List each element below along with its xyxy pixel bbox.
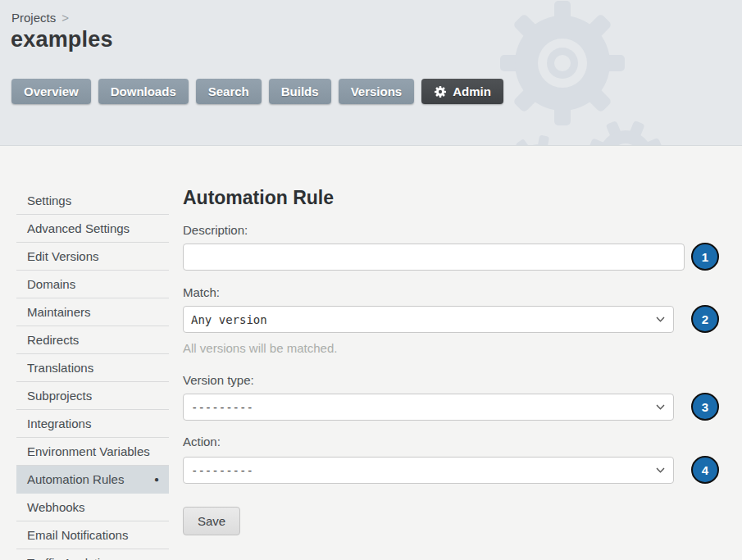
sidebar-item-email-notifications[interactable]: Email Notifications xyxy=(16,521,169,549)
admin-sidebar: Settings Advanced Settings Edit Versions… xyxy=(16,187,169,560)
sidebar-item-label: Environment Variables xyxy=(27,438,150,465)
chevron-down-icon xyxy=(656,467,665,473)
sidebar-item-label: Maintainers xyxy=(27,298,91,326)
project-admin-page: Projects > examples Overview Downloads S… xyxy=(0,0,742,560)
chevron-down-icon xyxy=(656,316,665,322)
step-badge-4: 4 xyxy=(691,456,719,484)
sidebar-item-label: Webhooks xyxy=(27,494,85,521)
step-badge-3: 3 xyxy=(691,393,719,421)
sidebar-item-label: Email Notifications xyxy=(27,521,128,549)
sidebar-item-label: Edit Versions xyxy=(27,243,99,270)
chevron-down-icon xyxy=(656,404,665,410)
save-button[interactable]: Save xyxy=(183,507,240,535)
tab-builds[interactable]: Builds xyxy=(269,79,331,104)
form-title: Automation Rule xyxy=(183,187,334,209)
breadcrumb-separator: > xyxy=(61,11,69,25)
version-type-select[interactable]: --------- xyxy=(183,394,674,421)
sidebar-item-label: Advanced Settings xyxy=(27,215,130,242)
sidebar-item-webhooks[interactable]: Webhooks xyxy=(16,494,169,521)
sidebar-item-maintainers[interactable]: Maintainers xyxy=(16,298,169,326)
sidebar-item-domains[interactable]: Domains xyxy=(16,271,169,298)
sidebar-item-advanced-settings[interactable]: Advanced Settings xyxy=(16,215,169,243)
sidebar-item-label: Settings xyxy=(27,187,71,214)
sidebar-item-integrations[interactable]: Integrations xyxy=(16,410,169,438)
sidebar-item-environment-variables[interactable]: Environment Variables xyxy=(16,438,169,466)
action-select[interactable]: --------- xyxy=(183,457,674,484)
version-type-label: Version type: xyxy=(183,373,254,387)
tab-downloads[interactable]: Downloads xyxy=(98,79,189,104)
sidebar-item-traffic-analytics[interactable]: Traffic Analytics xyxy=(16,549,169,560)
sidebar-item-label: Subprojects xyxy=(27,382,92,409)
match-help-text: All versions will be matched. xyxy=(183,341,337,355)
automation-rule-form: Automation Rule Description: 1 Match: An… xyxy=(183,187,742,560)
description-input[interactable] xyxy=(183,244,685,271)
match-label: Match: xyxy=(183,285,220,299)
sidebar-item-subprojects[interactable]: Subprojects xyxy=(16,382,169,410)
breadcrumb: Projects > xyxy=(11,11,69,25)
page-title: examples xyxy=(11,27,113,52)
sidebar-item-label: Redirects xyxy=(27,326,79,353)
sidebar-item-translations[interactable]: Translations xyxy=(16,354,169,382)
tab-overview[interactable]: Overview xyxy=(11,79,91,104)
sidebar-item-label: Domains xyxy=(27,271,75,298)
sidebar-item-automation-rules[interactable]: Automation Rules ● xyxy=(16,466,169,494)
match-select-value: Any version xyxy=(191,313,267,326)
step-badge-2: 2 xyxy=(691,305,719,333)
tab-search[interactable]: Search xyxy=(196,79,262,104)
sidebar-item-settings[interactable]: Settings xyxy=(16,187,169,215)
sidebar-item-edit-versions[interactable]: Edit Versions xyxy=(16,243,169,271)
description-label: Description: xyxy=(183,223,248,237)
action-label: Action: xyxy=(183,435,221,448)
gear-icon xyxy=(434,85,447,98)
tab-admin-label: Admin xyxy=(453,79,491,104)
action-select-value: --------- xyxy=(191,464,253,477)
active-page-bullet: ● xyxy=(154,466,159,493)
sidebar-item-label: Integrations xyxy=(27,410,91,437)
breadcrumb-projects-link[interactable]: Projects xyxy=(11,11,56,25)
match-select[interactable]: Any version xyxy=(183,306,674,333)
project-nav: Overview Downloads Search Builds Version… xyxy=(11,79,503,104)
tab-versions[interactable]: Versions xyxy=(339,79,415,104)
tab-admin[interactable]: Admin xyxy=(421,79,503,104)
project-header: Projects > examples Overview Downloads S… xyxy=(0,0,742,146)
sidebar-item-label: Translations xyxy=(27,354,93,381)
sidebar-item-label: Traffic Analytics xyxy=(27,549,112,560)
sidebar-item-redirects[interactable]: Redirects xyxy=(16,326,169,354)
sidebar-item-label: Automation Rules xyxy=(27,466,124,493)
version-type-select-value: --------- xyxy=(191,401,253,414)
gears-watermark xyxy=(496,0,742,146)
step-badge-1: 1 xyxy=(691,243,719,271)
